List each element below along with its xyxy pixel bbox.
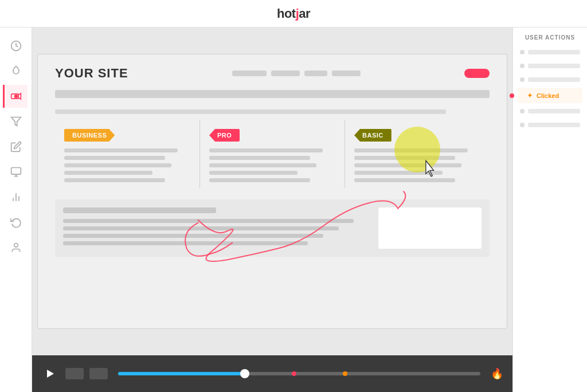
skip-button-2[interactable] xyxy=(89,368,108,379)
bottom-line-4 xyxy=(63,241,308,245)
header-line-4 xyxy=(332,70,361,76)
sidebar-item-monitor[interactable] xyxy=(5,160,28,183)
pro-line-1 xyxy=(209,148,323,152)
biz-line-4 xyxy=(64,171,152,175)
timeline[interactable] xyxy=(118,372,480,375)
mockup-header-row: YOUR SITE xyxy=(55,66,490,81)
header-line-1 xyxy=(232,70,267,76)
bottom-right-block xyxy=(378,207,482,249)
mockup-subline-1 xyxy=(55,109,446,114)
panel-title: USER ACTIONS xyxy=(518,34,582,41)
action-item-2 xyxy=(518,60,582,72)
logo: hotjar xyxy=(277,6,310,21)
svg-marker-3 xyxy=(11,117,21,126)
main-layout: YOUR SITE xyxy=(0,28,587,392)
svg-marker-11 xyxy=(47,370,54,378)
action-dot-active xyxy=(510,93,514,98)
bottom-left xyxy=(63,207,369,249)
mockup-nav-bar xyxy=(55,90,490,98)
header-line-3 xyxy=(304,70,327,76)
bottom-line-2 xyxy=(63,226,339,230)
pricing-area: BUSINESS PRO xyxy=(55,120,490,188)
biz-line-5 xyxy=(64,178,165,182)
sidebar-item-clock[interactable] xyxy=(5,34,28,57)
action-dot-3 xyxy=(520,77,525,82)
pro-line-4 xyxy=(209,171,298,175)
mockup-title: YOUR SITE xyxy=(55,66,128,81)
action-dot-6 xyxy=(520,123,525,127)
content-area: YOUR SITE xyxy=(32,28,512,392)
action-item-clicked: ✦ Clicked xyxy=(518,88,582,103)
app-header: hotjar xyxy=(0,0,587,28)
action-bar-6 xyxy=(528,123,580,127)
svg-rect-4 xyxy=(11,168,21,175)
basic-line-5 xyxy=(354,178,455,182)
action-item-3 xyxy=(518,74,582,85)
mockup-inner: YOUR SITE xyxy=(38,54,507,328)
action-dot-2 xyxy=(520,64,525,68)
clicked-icon: ✦ xyxy=(527,91,533,100)
action-item-1 xyxy=(518,46,582,58)
mockup-header-lines xyxy=(232,70,361,76)
bottom-line-3 xyxy=(63,234,323,238)
action-bar-1 xyxy=(528,50,580,54)
biz-line-3 xyxy=(64,163,171,167)
pro-card-lines xyxy=(209,148,335,182)
tag-pro[interactable]: PRO xyxy=(209,129,240,142)
tag-basic[interactable]: BASIC xyxy=(354,129,392,142)
mockup-cta-button[interactable] xyxy=(464,69,490,78)
header-line-2 xyxy=(271,70,300,76)
video-controls: 🔥 xyxy=(32,355,512,392)
business-card-lines xyxy=(64,148,190,182)
timeline-progress xyxy=(118,372,245,375)
mockup-screen: YOUR SITE xyxy=(37,54,507,329)
action-item-6 xyxy=(518,119,582,131)
pricing-card-pro: PRO xyxy=(200,120,345,188)
action-bar-3 xyxy=(528,77,580,82)
timeline-dot-1 xyxy=(292,371,296,376)
pro-line-3 xyxy=(209,163,316,167)
fire-button[interactable]: 🔥 xyxy=(491,367,503,380)
svg-point-10 xyxy=(14,244,18,248)
pricing-card-business: BUSINESS xyxy=(55,120,200,188)
pro-line-5 xyxy=(209,178,310,182)
action-bar-5 xyxy=(528,109,580,113)
sidebar-item-chart[interactable] xyxy=(5,186,28,209)
biz-line-2 xyxy=(64,156,165,160)
timeline-thumb[interactable] xyxy=(240,369,249,378)
action-dot-5 xyxy=(520,109,525,113)
tag-business[interactable]: BUSINESS xyxy=(64,129,115,142)
bottom-line-1 xyxy=(63,219,354,223)
action-item-5 xyxy=(518,105,582,117)
action-bar-2 xyxy=(528,64,580,68)
pricing-card-basic: BASIC xyxy=(345,120,490,188)
skip-button-1[interactable] xyxy=(65,368,84,379)
right-panel: USER ACTIONS ✦ Clicked xyxy=(512,28,587,392)
svg-point-1 xyxy=(14,95,17,98)
play-button[interactable] xyxy=(41,364,60,383)
sidebar-item-filter[interactable] xyxy=(5,110,28,133)
logo-dot: j xyxy=(296,6,299,21)
timeline-dot-2 xyxy=(343,371,347,376)
sidebar-item-history[interactable] xyxy=(5,211,28,234)
action-dot-1 xyxy=(520,50,525,54)
video-viewport: YOUR SITE xyxy=(32,28,512,355)
sidebar-item-user[interactable] xyxy=(5,236,28,259)
pro-line-2 xyxy=(209,156,310,160)
sidebar-item-heatmaps[interactable] xyxy=(5,60,28,83)
biz-line-1 xyxy=(64,148,178,152)
timeline-track xyxy=(118,372,480,375)
sidebar xyxy=(0,28,32,392)
sidebar-item-recordings[interactable] xyxy=(3,85,28,108)
mockup-bottom xyxy=(55,199,490,257)
clicked-label: Clicked xyxy=(537,92,559,99)
bottom-title-line xyxy=(63,207,216,213)
sidebar-item-edit[interactable] xyxy=(5,135,28,158)
